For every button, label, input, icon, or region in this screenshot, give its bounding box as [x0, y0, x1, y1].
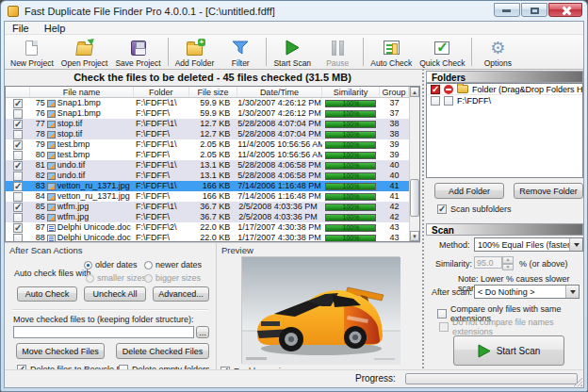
- column-similarity[interactable]: Similarity: [322, 87, 381, 97]
- table-scrollbar[interactable]: ▲ ▼: [409, 87, 419, 241]
- row-checkbox[interactable]: [13, 140, 23, 150]
- folders-list-header[interactable]: Folder (Drag&Drop Folders Here): [427, 84, 582, 95]
- save-project-button[interactable]: Save Project: [111, 35, 164, 69]
- table-row[interactable]: 85 wtfm.jpg F:\FDFF\1\ 36.7 KB 2/5/2008 …: [6, 202, 409, 212]
- move-checked-files-button[interactable]: Move Checked Files: [16, 343, 105, 359]
- row-checkbox[interactable]: [13, 182, 23, 191]
- row-checkbox[interactable]: [13, 99, 23, 108]
- group-number: 39: [380, 139, 409, 150]
- open-project-button[interactable]: Open Project: [57, 35, 112, 69]
- remove-folder-button[interactable]: Remove Folder: [514, 183, 583, 199]
- table-row[interactable]: 79 test.bmp F:\FDFF\1\ 2.05 KB 11/4/2005…: [6, 139, 409, 150]
- file-name: stop.tif: [57, 119, 83, 129]
- row-checkbox[interactable]: [13, 120, 23, 129]
- options-button[interactable]: ⚙ Options: [475, 35, 520, 69]
- group-number: 40: [380, 160, 409, 171]
- menu-help[interactable]: Help: [37, 23, 74, 34]
- row-checkbox[interactable]: [13, 192, 23, 202]
- table-row[interactable]: 88 Delphi Unicode.doc F:\FDFF\ 22.0 KB 1…: [6, 233, 409, 242]
- row-checkbox[interactable]: [13, 151, 23, 160]
- column-file-size[interactable]: File size: [189, 87, 238, 97]
- row-checkbox[interactable]: [13, 234, 23, 243]
- scan-subfolders-checkbox[interactable]: Scan subfolders: [437, 204, 512, 214]
- include-all-checkbox[interactable]: [431, 85, 440, 94]
- preview-image: [241, 256, 400, 364]
- row-checkbox[interactable]: [13, 213, 23, 222]
- exclude-checkbox[interactable]: [444, 96, 453, 106]
- scrollbar-thumb[interactable]: [410, 179, 419, 216]
- quick-check-button[interactable]: Quick Check: [416, 35, 468, 69]
- radio-older-dates[interactable]: older dates: [84, 260, 138, 270]
- progress-bar: [405, 373, 578, 384]
- file-type-icon: [47, 235, 56, 242]
- close-button[interactable]: [548, 3, 582, 17]
- table-row[interactable]: 82 undo.tif F:\FDFF\ 13.1 KB 5/28/2008 4…: [6, 171, 409, 181]
- table-row[interactable]: 86 wtfm.jpg F:\FDFF\ 36.7 KB 2/5/2008 4:…: [6, 212, 409, 222]
- uncheck-all-button[interactable]: Uncheck All: [84, 286, 146, 302]
- file-date: 2/5/2008 4:03:36 PM: [237, 212, 321, 222]
- add-folder-button[interactable]: + Add Folder: [172, 35, 219, 69]
- move-destination-input[interactable]: [13, 326, 194, 338]
- table-row[interactable]: 87 Delphi Unicode.doc F:\FDFF\2\ 22.0 KB…: [6, 222, 409, 233]
- advanced-button[interactable]: Advanced...: [153, 286, 209, 302]
- table-row[interactable]: 84 vetton_ru_1371.jpg F:\FDFF\ 166 KB 7/…: [6, 191, 409, 202]
- method-dropdown[interactable]: 100% Equal Files (faster): [474, 237, 583, 252]
- folder-row[interactable]: F:\FDFF\: [427, 95, 582, 106]
- auto-check-icon: [384, 37, 400, 58]
- file-size: 22.0 KB: [189, 233, 238, 242]
- table-row[interactable]: 76 Snap1.bmp F:\FDFF\ 59.9 KB 1/30/2007 …: [6, 108, 409, 119]
- table-row[interactable]: 83 vetton_ru_1371.jpg F:\FDFF\1\ 166 KB …: [6, 181, 409, 191]
- row-checkbox[interactable]: [13, 161, 23, 171]
- scroll-up-icon[interactable]: ▲: [410, 87, 419, 97]
- row-number: 78: [30, 129, 45, 139]
- auto-check-toolbar-button[interactable]: Auto Check: [367, 35, 416, 69]
- maximize-button[interactable]: [521, 3, 547, 17]
- add-folder-panel-button[interactable]: Add Folder: [434, 183, 504, 199]
- column-group[interactable]: Group: [380, 87, 409, 97]
- file-folder: F:\FDFF\2\: [134, 222, 189, 233]
- row-number: 88: [30, 233, 45, 242]
- gear-icon: ⚙: [490, 37, 505, 58]
- row-checkbox[interactable]: [13, 130, 23, 139]
- delete-checked-files-button[interactable]: Delete Checked Files: [116, 343, 209, 359]
- table-row[interactable]: 77 stop.tif F:\FDFF\1\ 12.7 KB 5/28/2008…: [6, 119, 409, 129]
- include-checkbox[interactable]: [431, 96, 440, 106]
- column-date-time[interactable]: Date/Time: [237, 87, 321, 97]
- file-type-icon: [47, 183, 56, 190]
- title-bar[interactable]: Fast Duplicate File Finder Pro 4.0.0.1 -…: [4, 1, 584, 21]
- row-checkbox[interactable]: [13, 172, 23, 181]
- table-header: File name Folder File size Date/Time Sim…: [6, 87, 409, 98]
- row-checkbox[interactable]: [13, 109, 23, 119]
- file-date: 7/14/2006 1:16:48 PM: [237, 191, 321, 202]
- row-number: 84: [30, 191, 45, 202]
- minimize-button[interactable]: [494, 3, 520, 17]
- table-row[interactable]: 75 Snap1.bmp F:\FDFF\1\ 59.9 KB 1/30/200…: [6, 98, 409, 108]
- resize-grip-icon[interactable]: [571, 375, 582, 386]
- table-row[interactable]: 80 test.bmp F:\FDFF\ 2.05 KB 11/4/2005 1…: [6, 150, 409, 160]
- file-size: 12.7 KB: [189, 119, 238, 129]
- scroll-down-icon[interactable]: ▼: [410, 231, 419, 241]
- new-project-button[interactable]: New Project: [7, 35, 57, 69]
- file-name: Snap1.bmp: [57, 98, 101, 108]
- auto-check-button[interactable]: Auto Check: [17, 286, 77, 302]
- browse-button[interactable]: ...: [196, 326, 209, 338]
- column-file-name[interactable]: File name: [30, 87, 134, 97]
- row-checkbox[interactable]: [13, 223, 23, 233]
- menu-file[interactable]: File: [5, 23, 37, 34]
- filter-button[interactable]: Filter: [218, 35, 263, 69]
- after-scan-dropdown[interactable]: < Do Nothing >: [474, 285, 580, 299]
- start-scan-button[interactable]: Start Scan: [453, 335, 564, 366]
- column-folder[interactable]: Folder: [134, 87, 189, 97]
- row-checkbox[interactable]: [13, 203, 23, 212]
- similarity-bar: 100%: [325, 152, 376, 159]
- radio-newer-dates[interactable]: newer dates: [144, 260, 202, 270]
- start-scan-toolbar-button[interactable]: Start Scan: [270, 35, 315, 69]
- similarity-bar: 100%: [325, 110, 376, 118]
- folder-icon: [457, 85, 468, 93]
- similarity-bar: 100%: [325, 172, 376, 180]
- exclude-icon[interactable]: [444, 85, 453, 94]
- table-row[interactable]: 78 stop.tif F:\FDFF\ 12.7 KB 5/28/2008 4…: [6, 129, 409, 139]
- file-type-icon: [47, 121, 56, 128]
- status-bar: Progress:: [5, 369, 583, 387]
- table-row[interactable]: 81 undo.tif F:\FDFF\1\ 13.1 KB 5/28/2008…: [6, 160, 409, 171]
